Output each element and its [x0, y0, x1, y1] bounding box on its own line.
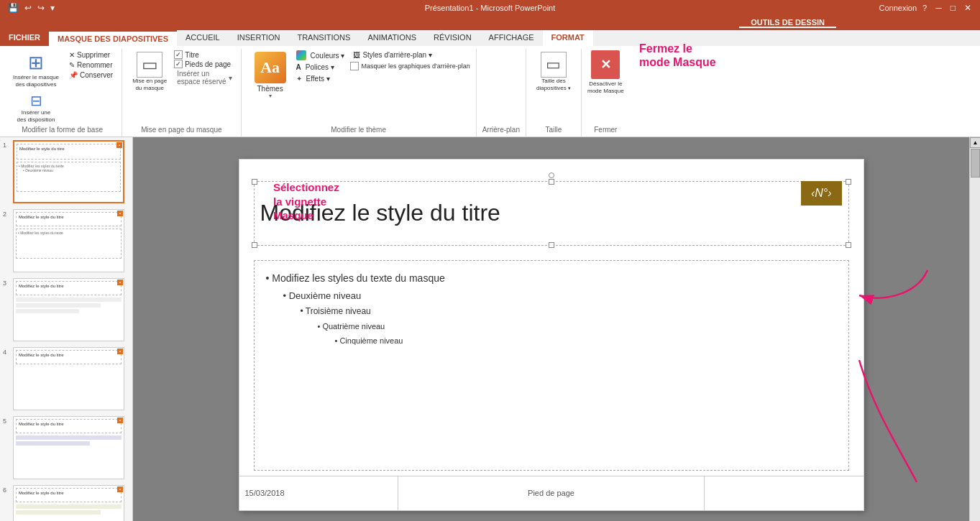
modifier-forme-label: Modifier la forme de base	[22, 124, 103, 135]
theme-options-col: Couleurs ▾ A Polices ▾ ✦ Effets ▾	[296, 50, 348, 83]
slide-content-box[interactable]: • Modifiez les styles du texte du masque…	[254, 260, 849, 471]
minimize-btn[interactable]: ─	[933, 3, 945, 13]
slide-number-3: 3	[3, 278, 13, 287]
thumb-title-2: Modifiez le style du titre	[16, 212, 122, 226]
bullet-1: • Modifiez les styles du texte du masque	[266, 269, 837, 287]
inserer-masque-btn[interactable]: ⊞ Insérer le masquedes diapositives	[9, 50, 63, 89]
renommer-icon: ✎	[69, 61, 75, 69]
tab-fichier[interactable]: FICHIER	[0, 30, 49, 46]
tab-revision[interactable]: RÉVISION	[425, 30, 480, 46]
polices-row: A Polices ▾	[296, 63, 348, 72]
settings-icon[interactable]: ▾	[48, 3, 57, 13]
effets-btn[interactable]: Effets ▾	[303, 74, 333, 83]
polices-icon: A	[296, 63, 301, 71]
slide-thumb-4[interactable]: ▪ Modifiez le style du titre	[13, 347, 124, 410]
themes-icon-letter: Aa	[260, 58, 280, 77]
conserver-icon: 📌	[69, 71, 78, 79]
bullet-5: • Cinquième niveau	[335, 334, 837, 349]
redo-icon[interactable]: ↪	[35, 3, 47, 13]
styles-arriere-btn[interactable]: 🖼 Styles d'arrière-plan ▾	[350, 50, 470, 60]
masquer-cb-box	[350, 62, 359, 70]
outils-banner: OUTILS DE DESSIN	[0, 16, 980, 30]
inserer-espace-btn[interactable]: Insérer unespace réservé ▾	[174, 69, 234, 86]
insert-disposition-label: Insérer unedes disposition	[17, 109, 55, 123]
badge-3: ▪	[117, 280, 123, 285]
ribbon-group-modifier-forme-content: ⊞ Insérer le masquedes diapositives ⊟ In…	[9, 50, 116, 124]
themes-btn[interactable]: Aa Thèmes ▾	[247, 50, 293, 101]
canvas-area: Sélectionnez la vignette Masque Modifiez…	[133, 137, 969, 521]
right-scrollbar: ▲ ▼	[969, 137, 980, 521]
couleurs-btn[interactable]: Couleurs ▾	[308, 51, 348, 60]
mise-en-page-label: Mise en pagedu masque	[132, 78, 167, 91]
insert-masque-icon: ⊞	[28, 52, 44, 74]
slide-title-text: Modifiez le style du titre	[260, 200, 500, 226]
mise-en-page-btn[interactable]: ▭ Mise en pagedu masque	[128, 50, 171, 93]
dd-arrow: ▾	[229, 74, 232, 82]
desactiver-masque-btn[interactable]: ✕	[591, 50, 620, 79]
tab-transitions[interactable]: TRANSITIONS	[288, 30, 359, 46]
scroll-up-btn[interactable]: ▲	[970, 137, 980, 148]
fermez-annotation: Fermez le mode Masque	[639, 42, 716, 69]
title-bar: 💾 ↩ ↪ ▾ Présentation1 - Microsoft PowerP…	[0, 0, 980, 16]
pieds-de-page-cb[interactable]: Pieds de page	[174, 60, 234, 68]
inserer-disposition-btn[interactable]: ⊟ Insérer unedes disposition	[13, 91, 60, 124]
slide-number-6: 6	[3, 485, 13, 494]
thumb-title-5: Modifiez le style du titre	[16, 419, 122, 433]
conserver-btn[interactable]: 📌 Conserver	[66, 70, 116, 80]
badge-5: ▪	[117, 418, 123, 423]
footer-date: 15/03/2018	[239, 476, 399, 510]
polices-btn[interactable]: Polices ▾	[303, 63, 337, 72]
tab-insertion[interactable]: INSERTION	[229, 30, 289, 46]
tab-animations[interactable]: ANIMATIONS	[359, 30, 425, 46]
couleurs-icon	[296, 50, 306, 60]
slide-thumb-5[interactable]: ▪ Modifiez le style du titre	[13, 416, 124, 479]
slide-thumb-1[interactable]: ▪ Modifiez le style du titre • Modifiez …	[13, 140, 124, 203]
number-box[interactable]: ‹N°›	[801, 181, 842, 206]
maximize-btn[interactable]: □	[948, 3, 958, 13]
slide-thumb-6[interactable]: ▪ Modifiez le style du titre	[13, 485, 124, 521]
handle-tr	[846, 179, 851, 185]
arriere-plan-col: 🖼 Styles d'arrière-plan ▾ Masquer les gr…	[350, 50, 470, 70]
slide-thumb-3[interactable]: ▪ Modifiez le style du titre	[13, 278, 124, 341]
help-btn[interactable]: ?	[920, 4, 930, 12]
ribbon-group-taille: ▭ Taille desdiapositives ▾ Taille	[526, 49, 582, 137]
pieds-cb-label: Pieds de page	[185, 60, 231, 68]
slide-thumb-wrapper-3: 3 ▪ Modifiez le style du titre	[3, 278, 129, 341]
slide-thumb-wrapper-1: 1 ▪ Modifiez le style du titre • Modifie…	[3, 140, 129, 203]
title-sel-top	[247, 175, 856, 178]
slide-title-box[interactable]: Modifiez le style du titre	[254, 181, 849, 246]
titre-cb[interactable]: Titre	[174, 50, 234, 59]
modifier-forme-small-btns: ✕ Supprimer ✎ Renommer 📌 Conserver	[66, 50, 116, 80]
ribbon-group-modifier-theme-content: Aa Thèmes ▾ Couleurs ▾ A Polices ▾ ✦ Eff…	[247, 50, 470, 124]
handle-bc	[549, 242, 554, 248]
thumb-content-5	[16, 435, 122, 466]
handle-bl	[252, 242, 257, 248]
thumb-content-3	[16, 298, 122, 328]
masquer-graphiques-cb[interactable]: Masquer les graphiques d'arrière-plan	[350, 62, 470, 70]
tab-affichage[interactable]: AFFICHAGE	[480, 30, 543, 46]
tab-format[interactable]: FORMAT	[543, 30, 593, 46]
tab-masque[interactable]: MASQUE DES DIAPOSITIVES	[49, 30, 177, 46]
handle-br	[846, 242, 851, 248]
themes-label: Thèmes	[257, 85, 283, 93]
supprimer-btn[interactable]: ✕ Supprimer	[66, 50, 116, 60]
undo-icon[interactable]: ↩	[22, 3, 34, 13]
connexion-link[interactable]: Connexion	[879, 4, 917, 12]
tab-accueil[interactable]: ACCUEIL	[177, 30, 229, 46]
supprimer-icon: ✕	[69, 51, 75, 59]
fermez-annotation-text: Fermez le mode Masque	[639, 42, 716, 68]
ribbon: ⊞ Insérer le masquedes diapositives ⊟ In…	[0, 46, 980, 137]
insert-disposition-icon: ⊟	[30, 92, 42, 109]
number-box-text: ‹N°›	[811, 187, 832, 199]
ribbon-group-modifier-theme: Aa Thèmes ▾ Couleurs ▾ A Polices ▾ ✦ Eff…	[242, 49, 477, 137]
fermer-group-content: ✕ Désactiver lemode Masque	[587, 50, 624, 124]
taille-diapositives-btn[interactable]: ▭ Taille desdiapositives ▾	[532, 50, 575, 93]
styles-arriere-label: Styles d'arrière-plan ▾	[362, 51, 431, 59]
close-btn[interactable]: ✕	[961, 3, 974, 13]
renommer-btn[interactable]: ✎ Renommer	[66, 60, 116, 70]
title-bar-tools: 💾 ↩ ↪ ▾	[6, 3, 57, 13]
slide-thumb-2[interactable]: ▪ Modifiez le style du titre • Modifiez …	[13, 209, 124, 272]
scroll-thumb[interactable]	[971, 149, 980, 177]
save-icon[interactable]: 💾	[6, 3, 21, 13]
slide-panel: 1 ▪ Modifiez le style du titre • Modifie…	[0, 137, 133, 521]
